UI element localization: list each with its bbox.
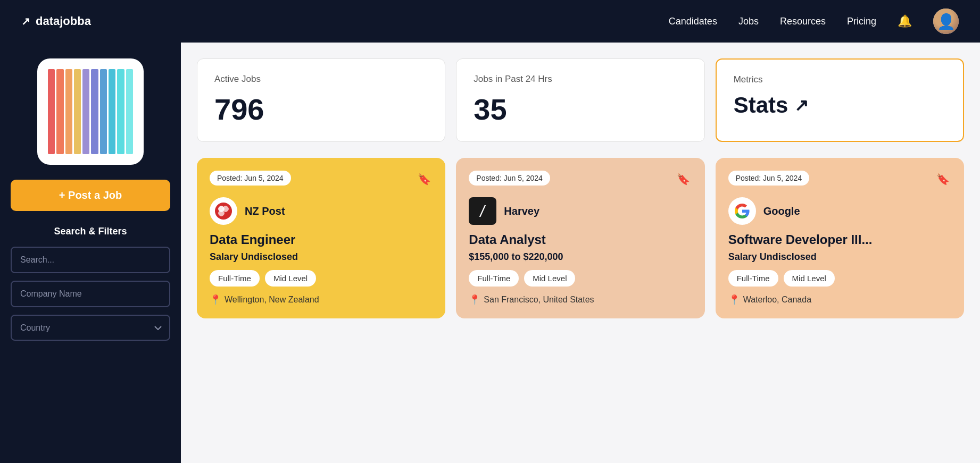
user-avatar[interactable] bbox=[933, 9, 959, 34]
job-tag: Full-Time bbox=[469, 270, 519, 287]
company-logo-google bbox=[728, 197, 756, 225]
metrics-label: Metrics bbox=[734, 74, 946, 85]
logo-text: datajobba bbox=[36, 14, 91, 28]
location-pin-icon: 📍 bbox=[210, 294, 221, 306]
location-pin-icon: 📍 bbox=[469, 294, 480, 306]
stats-link[interactable]: Stats ↗ bbox=[734, 92, 946, 118]
logo-stripe bbox=[91, 69, 98, 154]
job-title: Software Developer III... bbox=[728, 232, 951, 247]
logo-stripe bbox=[109, 69, 115, 154]
nav-jobs[interactable]: Jobs bbox=[738, 16, 759, 27]
past24-value: 35 bbox=[474, 92, 687, 127]
company-name-input[interactable] bbox=[11, 281, 170, 307]
active-jobs-value: 796 bbox=[214, 92, 428, 127]
job-company-row: NZ Post bbox=[210, 197, 433, 225]
location-pin-icon: 📍 bbox=[728, 294, 740, 306]
sidebar-logo-box bbox=[37, 58, 144, 165]
post-job-button[interactable]: + Post a Job bbox=[11, 180, 170, 211]
bookmark-icon[interactable]: 🔖 bbox=[934, 171, 951, 188]
sidebar: + Post a Job Search & Filters Country bbox=[0, 43, 181, 463]
logo-stripe bbox=[56, 69, 63, 154]
avatar-image bbox=[933, 9, 959, 34]
past24-label: Jobs in Past 24 Hrs bbox=[474, 74, 687, 85]
job-tags: Full-TimeMid Level bbox=[469, 270, 692, 287]
filters-title: Search & Filters bbox=[11, 226, 170, 237]
logo-stripe bbox=[74, 69, 81, 154]
job-company-row: Google bbox=[728, 197, 951, 225]
company-name: Google bbox=[763, 205, 800, 217]
header: ↗ datajobba Candidates Jobs Resources Pr… bbox=[0, 0, 980, 43]
job-location: 📍 Wellington, New Zealand bbox=[210, 294, 433, 306]
stats-row: Active Jobs 796 Jobs in Past 24 Hrs 35 M… bbox=[197, 58, 964, 142]
job-posted-date: Posted: Jun 5, 2024 bbox=[210, 171, 291, 186]
job-card-header: Posted: Jun 5, 2024 🔖 bbox=[728, 171, 951, 188]
company-name: Harvey bbox=[504, 205, 539, 217]
main-content: Active Jobs 796 Jobs in Past 24 Hrs 35 M… bbox=[181, 43, 980, 463]
logo-stripe bbox=[126, 69, 133, 154]
logo-stripe bbox=[65, 69, 72, 154]
job-card[interactable]: Posted: Jun 5, 2024 🔖 Google Software De… bbox=[716, 158, 964, 318]
job-company-row: / Harvey bbox=[469, 197, 692, 225]
company-name: NZ Post bbox=[245, 205, 285, 217]
search-input[interactable] bbox=[11, 247, 170, 273]
bookmark-icon[interactable]: 🔖 bbox=[416, 171, 433, 188]
stats-link-arrow-icon: ↗ bbox=[794, 95, 809, 115]
logo-stripe bbox=[117, 69, 124, 154]
past24-card: Jobs in Past 24 Hrs 35 bbox=[456, 58, 704, 142]
location-text: San Francisco, United States bbox=[484, 295, 594, 305]
jobs-row: Posted: Jun 5, 2024 🔖 NZ Post Data Engin… bbox=[197, 158, 964, 318]
job-card[interactable]: Posted: Jun 5, 2024 🔖 NZ Post Data Engin… bbox=[197, 158, 445, 318]
logo-icon: ↗ bbox=[21, 15, 30, 28]
job-salary: $155,000 to $220,000 bbox=[469, 251, 692, 263]
job-posted-date: Posted: Jun 5, 2024 bbox=[469, 171, 550, 186]
job-location: 📍 Waterloo, Canada bbox=[728, 294, 951, 306]
logo[interactable]: ↗ datajobba bbox=[21, 14, 91, 28]
metrics-card[interactable]: Metrics Stats ↗ bbox=[716, 58, 964, 142]
page-layout: + Post a Job Search & Filters Country Ac… bbox=[0, 0, 980, 463]
job-location: 📍 San Francisco, United States bbox=[469, 294, 692, 306]
notification-bell-icon[interactable]: 🔔 bbox=[898, 14, 912, 28]
stats-link-text: Stats bbox=[734, 92, 788, 118]
job-tag: Mid Level bbox=[265, 270, 316, 287]
nav-resources[interactable]: Resources bbox=[780, 16, 826, 27]
job-tag: Full-Time bbox=[210, 270, 260, 287]
job-salary: Salary Undisclosed bbox=[210, 251, 433, 263]
job-posted-date: Posted: Jun 5, 2024 bbox=[728, 171, 810, 186]
location-text: Wellington, New Zealand bbox=[225, 295, 319, 305]
location-text: Waterloo, Canada bbox=[743, 295, 811, 305]
job-tag: Mid Level bbox=[784, 270, 835, 287]
job-title: Data Engineer bbox=[210, 232, 433, 247]
job-tag: Mid Level bbox=[524, 270, 575, 287]
job-card[interactable]: Posted: Jun 5, 2024 🔖 / Harvey Data Anal… bbox=[456, 158, 704, 318]
main-nav: Candidates Jobs Resources Pricing 🔔 bbox=[669, 9, 959, 34]
active-jobs-card: Active Jobs 796 bbox=[197, 58, 445, 142]
logo-stripe bbox=[100, 69, 107, 154]
nav-pricing[interactable]: Pricing bbox=[847, 16, 876, 27]
logo-stripe bbox=[82, 69, 89, 154]
job-card-header: Posted: Jun 5, 2024 🔖 bbox=[210, 171, 433, 188]
country-select[interactable]: Country bbox=[11, 315, 170, 341]
nav-candidates[interactable]: Candidates bbox=[669, 16, 717, 27]
job-tags: Full-TimeMid Level bbox=[728, 270, 951, 287]
sidebar-logo-stripes bbox=[43, 64, 138, 159]
job-card-header: Posted: Jun 5, 2024 🔖 bbox=[469, 171, 692, 188]
logo-stripe bbox=[48, 69, 55, 154]
job-title: Data Analyst bbox=[469, 232, 692, 247]
company-logo-harvey: / bbox=[469, 197, 496, 225]
job-salary: Salary Undisclosed bbox=[728, 251, 951, 263]
job-tags: Full-TimeMid Level bbox=[210, 270, 433, 287]
job-tag: Full-Time bbox=[728, 270, 778, 287]
bookmark-icon[interactable]: 🔖 bbox=[675, 171, 692, 188]
company-logo-nzpost bbox=[210, 197, 237, 225]
active-jobs-label: Active Jobs bbox=[214, 74, 428, 85]
